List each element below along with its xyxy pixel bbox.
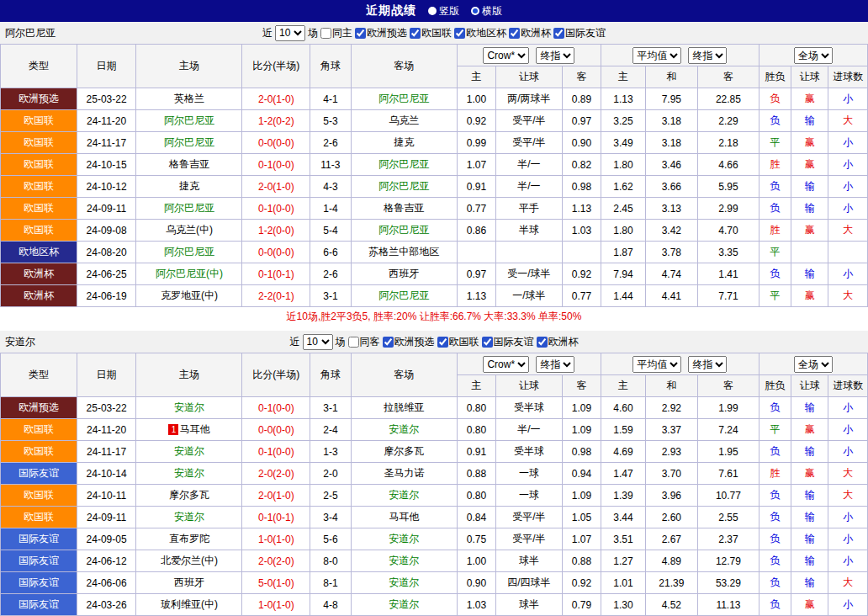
col-header: 主场	[136, 353, 242, 397]
team-link[interactable]: 乌克兰	[389, 114, 419, 126]
competition-checkbox[interactable]: 欧国联	[410, 26, 452, 40]
odds-source-header: 平均值终指	[601, 45, 760, 66]
subcol-header: 让球	[791, 66, 828, 88]
team-link[interactable]: 安道尔	[389, 533, 419, 544]
checkbox-label: 欧洲预选	[367, 26, 407, 40]
competition-checkbox-input[interactable]	[509, 28, 520, 39]
team-link[interactable]: 捷克	[179, 180, 199, 192]
team-link[interactable]: 马耳他	[179, 423, 209, 435]
team-link[interactable]: 西班牙	[389, 268, 419, 279]
competition-checkbox-input[interactable]	[537, 337, 548, 348]
home-team-cell: 捷克	[136, 176, 242, 198]
result-handicap: 输	[791, 263, 828, 285]
competition-checkbox[interactable]: 欧地区杯	[454, 26, 506, 40]
competition-checkbox-input[interactable]	[482, 337, 493, 348]
team-link[interactable]: 北爱尔兰(中)	[161, 555, 218, 566]
away-team-cell: 安道尔	[351, 550, 457, 572]
team-link[interactable]: 西班牙	[174, 576, 204, 588]
odds-source-select[interactable]: 全场	[794, 356, 833, 373]
match-date: 24-10-12	[77, 176, 136, 198]
team-link[interactable]: 安道尔	[174, 401, 204, 413]
corners: 2-5	[310, 485, 351, 507]
team-link[interactable]: 安道尔	[389, 555, 419, 566]
odds-source-select[interactable]: 终指	[536, 47, 574, 64]
odds-source-select[interactable]: 终指	[536, 356, 574, 373]
home-odds	[457, 242, 495, 263]
match-type: 国际友谊	[1, 550, 77, 572]
competition-checkbox[interactable]: 国际友谊	[553, 26, 606, 40]
team-link[interactable]: 直布罗陀	[169, 533, 209, 544]
team-link[interactable]: 阿尔巴尼亚	[378, 93, 429, 104]
competition-checkbox-input[interactable]	[553, 28, 564, 39]
team-link[interactable]: 安道尔	[174, 445, 204, 457]
competition-checkbox-input[interactable]	[437, 337, 448, 348]
team-link[interactable]: 格鲁吉亚	[384, 202, 424, 214]
away-team-cell: 阿尔巴尼亚	[351, 88, 457, 110]
same-venue-checkbox-input[interactable]	[320, 28, 331, 39]
team-link[interactable]: 拉脱维亚	[384, 401, 424, 413]
same-venue-checkbox[interactable]: 同客	[348, 335, 380, 349]
team-link[interactable]: 摩尔多瓦	[384, 445, 424, 457]
odds-source-select[interactable]: 终指	[688, 356, 727, 373]
team-link[interactable]: 阿尔巴尼亚	[164, 246, 214, 258]
avg-away: 2.18	[698, 132, 760, 154]
odds-source-select[interactable]: 平均值	[632, 47, 681, 64]
odds-source-select[interactable]: 终指	[688, 47, 727, 64]
competition-checkbox-input[interactable]	[383, 337, 394, 348]
team-link[interactable]: 阿尔巴尼亚	[164, 202, 214, 214]
team-link[interactable]: 阿尔巴尼亚(中)	[156, 268, 223, 279]
match-type: 欧国联	[1, 176, 77, 198]
team-link[interactable]: 安道尔	[389, 489, 419, 501]
match-row: 欧国联24-10-15格鲁吉亚0-1(0-0)11-3阿尔巴尼亚1.07半/一0…	[1, 154, 868, 176]
competition-checkbox[interactable]: 欧洲杯	[537, 335, 579, 349]
competition-checkbox-input[interactable]	[355, 28, 366, 39]
odds-source-select[interactable]: 平均值	[632, 356, 681, 373]
result-outcome: 负	[759, 110, 791, 132]
team-link[interactable]: 安道尔	[389, 598, 419, 610]
odds-source-select[interactable]: 全场	[794, 47, 833, 64]
team-link[interactable]: 阿尔巴尼亚	[378, 224, 429, 236]
team-link[interactable]: 马耳他	[389, 511, 419, 523]
team-link[interactable]: 英格兰	[174, 93, 204, 104]
home-odds: 0.92	[457, 110, 495, 132]
team-link[interactable]: 安道尔	[174, 467, 204, 479]
odds-source-select[interactable]: Crow*	[483, 47, 529, 64]
team-link[interactable]: 阿尔巴尼亚	[378, 180, 429, 192]
competition-checkbox[interactable]: 欧国联	[437, 335, 479, 349]
team-link[interactable]: 安道尔	[389, 423, 419, 435]
avg-home: 1.13	[601, 88, 645, 110]
avg-home: 1.01	[601, 572, 645, 594]
competition-checkbox[interactable]: 欧洲预选	[383, 335, 435, 349]
competition-checkbox-input[interactable]	[410, 28, 421, 39]
same-venue-checkbox-input[interactable]	[348, 337, 359, 348]
competition-checkbox[interactable]: 欧洲杯	[509, 26, 551, 40]
home-team-cell: 安道尔	[136, 441, 242, 463]
team-link[interactable]: 阿尔巴尼亚	[378, 158, 429, 170]
team-link[interactable]: 格鲁吉亚	[169, 158, 209, 170]
match-date: 24-11-17	[77, 132, 136, 154]
team-link[interactable]: 玻利维亚(中)	[161, 598, 218, 610]
team-link[interactable]: 克罗地亚(中)	[161, 289, 218, 301]
layout-option-horizontal[interactable]: 横版	[471, 4, 502, 19]
corners: 8-1	[310, 572, 351, 594]
team-link[interactable]: 乌克兰(中)	[166, 224, 213, 236]
team-link[interactable]: 阿尔巴尼亚	[378, 289, 429, 301]
team-link[interactable]: 圣马力诺	[384, 467, 424, 479]
same-venue-checkbox[interactable]: 同主	[320, 26, 352, 40]
team-link[interactable]: 阿尔巴尼亚	[164, 114, 214, 126]
competition-checkbox-input[interactable]	[454, 28, 465, 39]
team-link[interactable]: 摩尔多瓦	[169, 489, 209, 501]
team-link[interactable]: 苏格兰中部地区	[368, 246, 439, 258]
match-count-select[interactable]: 10	[303, 334, 333, 350]
layout-option-vertical[interactable]: 竖版	[428, 4, 459, 19]
team-link[interactable]: 安道尔	[174, 511, 204, 523]
competition-checkbox[interactable]: 欧洲预选	[355, 26, 407, 40]
match-count-select[interactable]: 10	[275, 25, 305, 41]
team-link[interactable]: 捷克	[394, 136, 414, 148]
home-team-cell: 北爱尔兰(中)	[136, 550, 242, 572]
team-link[interactable]: 阿尔巴尼亚	[164, 136, 214, 148]
team-link[interactable]: 安道尔	[389, 576, 419, 588]
away-odds: 0.92	[562, 263, 601, 285]
competition-checkbox[interactable]: 国际友谊	[482, 335, 534, 349]
odds-source-select[interactable]: Crow*	[483, 356, 529, 373]
